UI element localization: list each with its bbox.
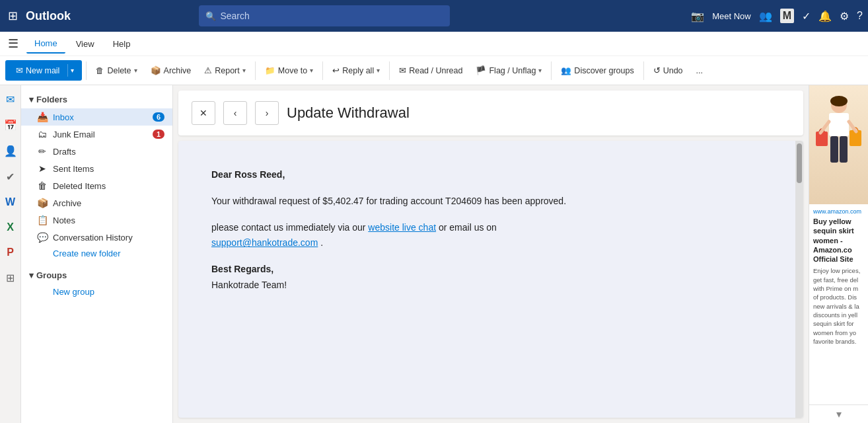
scroll-bar[interactable] <box>795 141 803 418</box>
report-icon: ⚠ <box>204 65 212 75</box>
move-to-button[interactable]: 📁 Move to ▾ <box>260 63 318 78</box>
sidebar-item-drafts[interactable]: ✏ Drafts <box>21 143 172 160</box>
email-header-card: ✕ ‹ › Update Withdrawal <box>178 91 803 135</box>
create-new-folder-link[interactable]: Create new folder <box>21 246 172 261</box>
junk-icon: 🗂 <box>37 129 48 139</box>
sidebar-item-deleted[interactable]: 🗑 Deleted Items <box>21 177 172 194</box>
sidebar: ▾ Folders 📥 Inbox 6 🗂 Junk Email 1 ✏ Dra… <box>21 85 173 423</box>
svg-rect-2 <box>829 113 849 136</box>
camera-icon[interactable]: 📷 <box>691 10 704 22</box>
next-email-button[interactable]: › <box>255 101 279 125</box>
scroll-thumb <box>797 143 802 183</box>
live-chat-link[interactable]: website live chat <box>368 222 436 233</box>
folders-header[interactable]: ▾ Folders <box>21 91 172 108</box>
gear-icon[interactable]: ⚙ <box>840 10 849 22</box>
sidebar-item-sent[interactable]: ➤ Sent Items <box>21 160 172 177</box>
tab-help[interactable]: Help <box>105 35 139 53</box>
tasks-icon[interactable]: ✔ <box>3 168 17 186</box>
move-icon: 📁 <box>265 65 275 75</box>
undo-button[interactable]: ↺ Undo <box>648 63 688 78</box>
sep-6 <box>643 61 644 80</box>
sidebar-item-notes[interactable]: 📋 Notes <box>21 212 172 229</box>
report-dropdown-arrow[interactable]: ▾ <box>242 67 246 74</box>
excel-icon[interactable]: X <box>4 219 17 236</box>
menu-bar: ☰ Home View Help <box>0 32 868 56</box>
sep-1 <box>86 61 87 80</box>
apps-icon[interactable]: ⊞ <box>3 269 17 287</box>
powerpoint-icon[interactable]: P <box>4 244 17 261</box>
inbox-icon: 📥 <box>37 112 48 122</box>
sep-3 <box>322 61 323 80</box>
calendar-icon[interactable]: 📅 <box>1 116 20 134</box>
groups-header[interactable]: ▾ Groups <box>21 266 172 284</box>
left-icons: ✉ 📅 👤 ✔ W X P ⊞ <box>0 85 21 423</box>
archive-button[interactable]: 📦 Archive <box>145 63 197 78</box>
groups-icon: 👥 <box>561 65 571 75</box>
ad-title[interactable]: Buy yellow sequin skirt women - Amazon.c… <box>813 217 864 264</box>
ad-panel: www.amazon.com Buy yellow sequin skirt w… <box>809 85 868 423</box>
email-body-text: Dear Ross Reed, Your withdrawal request … <box>211 167 770 293</box>
email-body-paragraph2: please contact us immediately via our we… <box>211 220 770 252</box>
ad-image <box>809 85 868 204</box>
move-dropdown-arrow[interactable]: ▾ <box>310 67 313 74</box>
email-view-area: ✕ ‹ › Update Withdrawal Dear Ross Reed, … <box>173 85 809 423</box>
junk-badge: 1 <box>153 130 164 139</box>
mail-icon[interactable]: ✉ <box>3 91 17 108</box>
ms-icon[interactable]: M <box>780 9 794 23</box>
flag-icon: 🏴 <box>476 65 486 75</box>
new-mail-icon: ✉ <box>16 65 23 75</box>
new-mail-dropdown-arrow[interactable]: ▾ <box>67 64 77 77</box>
read-unread-button[interactable]: ✉ Read / Unread <box>394 63 468 78</box>
read-unread-icon: ✉ <box>399 65 406 75</box>
notes-icon: 📋 <box>37 215 48 225</box>
question-icon[interactable]: ? <box>857 10 863 22</box>
sep-5 <box>551 61 552 80</box>
more-button[interactable]: ... <box>691 63 708 78</box>
undo-icon: ↺ <box>653 65 661 75</box>
svg-rect-3 <box>830 136 838 163</box>
close-email-button[interactable]: ✕ <box>192 101 215 125</box>
tab-home[interactable]: Home <box>26 34 65 54</box>
delete-dropdown-arrow[interactable]: ▾ <box>134 67 137 74</box>
teams-icon[interactable]: 👥 <box>759 10 772 22</box>
tab-view[interactable]: View <box>68 35 102 53</box>
search-bar[interactable]: 🔍 <box>199 5 450 26</box>
sidebar-item-archive[interactable]: 📦 Archive <box>21 194 172 212</box>
sep-4 <box>389 61 390 80</box>
search-input[interactable] <box>220 11 443 21</box>
groups-collapse-icon: ▾ <box>29 270 34 280</box>
archive-icon: 📦 <box>151 65 161 75</box>
bell-icon[interactable]: 🔔 <box>818 10 832 22</box>
new-group-link[interactable]: New group <box>21 284 172 299</box>
contacts-icon[interactable]: 👤 <box>1 142 20 160</box>
report-button[interactable]: ⚠ Report ▾ <box>199 63 251 78</box>
delete-button[interactable]: 🗑 Delete ▾ <box>90 63 142 78</box>
new-mail-button[interactable]: ✉ New mail ▾ <box>5 60 82 81</box>
sidebar-item-conversation[interactable]: 💬 Conversation History <box>21 229 172 246</box>
sidebar-item-inbox[interactable]: 📥 Inbox 6 <box>21 108 172 126</box>
ad-source[interactable]: www.amazon.com <box>813 208 864 215</box>
svg-rect-4 <box>840 136 848 163</box>
reply-dropdown-arrow[interactable]: ▾ <box>377 67 380 74</box>
meet-now-label[interactable]: Meet Now <box>712 11 751 21</box>
discover-groups-button[interactable]: 👥 Discover groups <box>556 63 639 78</box>
flag-dropdown-arrow[interactable]: ▾ <box>538 67 542 74</box>
archive-folder-icon: 📦 <box>37 198 48 208</box>
sidebar-item-junk[interactable]: 🗂 Junk Email 1 <box>21 126 172 143</box>
reply-icon: ↩ <box>332 65 340 75</box>
top-bar-right: 📷 Meet Now 👥 M ✓ 🔔 ⚙ ? <box>691 9 863 23</box>
ad-description: Enjoy low prices, get fast, free del wit… <box>813 266 864 346</box>
svg-point-1 <box>830 96 848 106</box>
grid-icon[interactable]: ⊞ <box>5 6 20 26</box>
hamburger-button[interactable]: ☰ <box>8 36 18 51</box>
word-icon[interactable]: W <box>3 194 18 211</box>
prev-email-button[interactable]: ‹ <box>223 101 247 125</box>
support-email-link[interactable]: support@hankotrade.com <box>211 237 318 248</box>
inbox-badge: 6 <box>153 112 164 122</box>
reply-all-button[interactable]: ↩ Reply all ▾ <box>327 63 385 78</box>
todo-icon[interactable]: ✓ <box>802 10 811 22</box>
drafts-icon: ✏ <box>37 146 48 157</box>
flag-unflag-button[interactable]: 🏴 Flag / Unflag ▾ <box>470 63 547 78</box>
sep-2 <box>255 61 256 80</box>
ad-scroll-down[interactable]: ▾ <box>809 404 868 423</box>
